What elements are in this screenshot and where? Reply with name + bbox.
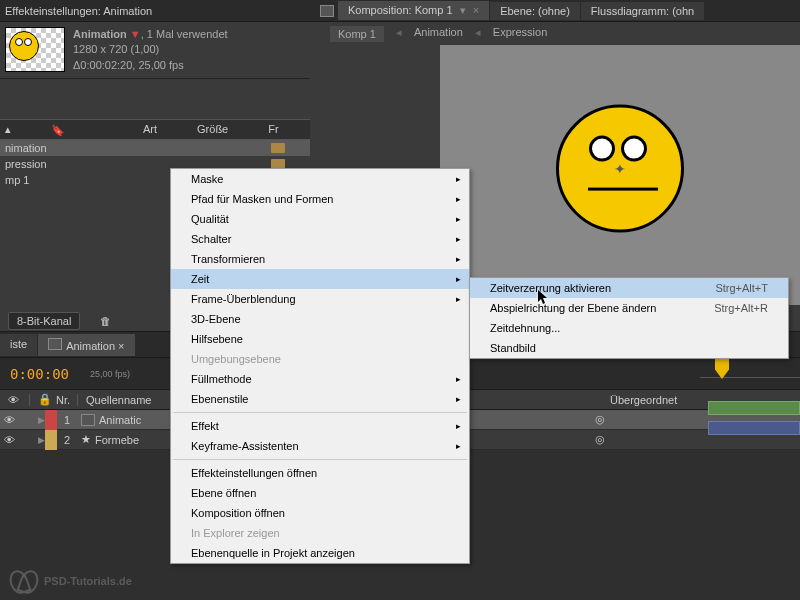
bitdepth-button[interactable]: 8-Bit-Kanal: [8, 312, 80, 330]
tab-dropdown-icon[interactable]: ▾: [460, 4, 466, 16]
col-parent: Übergeordnet: [610, 394, 677, 406]
viewer-canvas[interactable]: ✦: [440, 45, 800, 305]
menu-item-in-explorer-zeigen: In Explorer zeigen: [171, 523, 469, 543]
project-item-animation[interactable]: nimation: [0, 140, 310, 156]
menu-item-effekt[interactable]: Effekt: [171, 416, 469, 436]
menu-item-pfad-f-r-masken-und-formen[interactable]: Pfad für Masken und Formen: [171, 189, 469, 209]
submenu-item-zeitverzerrung-aktivieren[interactable]: Zeitverzerrung aktivierenStrg+Alt+T: [470, 278, 788, 298]
breadcrumb-komp1[interactable]: Komp 1: [330, 26, 384, 42]
twirl-icon[interactable]: ▶: [38, 415, 45, 425]
menu-item-frame-berblendung[interactable]: Frame-Überblendung: [171, 289, 469, 309]
project-info: Animation ▼, 1 Mal verwendet 1280 x 720 …: [0, 22, 310, 79]
comp-thumbnail[interactable]: [5, 27, 65, 72]
menu-item-umgebungsebene: Umgebungsebene: [171, 349, 469, 369]
menu-item--d-ebene[interactable]: 3D-Ebene: [171, 309, 469, 329]
effects-title: Effekteinstellungen: Animation: [5, 5, 152, 17]
pickwhip-icon[interactable]: ◎: [595, 413, 605, 426]
list-header[interactable]: ▴ 🔖 Art Größe Fr: [0, 119, 310, 140]
visibility-icon[interactable]: 👁: [0, 414, 18, 426]
folder-icon: [271, 143, 285, 153]
menu-item-ebene-ffnen[interactable]: Ebene öffnen: [171, 483, 469, 503]
effects-panel-header: Effekteinstellungen: Animation: [0, 0, 310, 22]
tab-iste[interactable]: iste: [0, 334, 37, 356]
chevron-left-icon: ◂: [396, 26, 402, 42]
menu-item-effekteinstellungen-ffnen[interactable]: Effekteinstellungen öffnen: [171, 463, 469, 483]
menu-item-maske[interactable]: Maske: [171, 169, 469, 189]
menu-item-qualit-t[interactable]: Qualität: [171, 209, 469, 229]
submenu-item-abspielrichtung-der-ebene-ndern[interactable]: Abspielrichtung der Ebene ändernStrg+Alt…: [470, 298, 788, 318]
menu-item-keyframe-assistenten[interactable]: Keyframe-Assistenten: [171, 436, 469, 456]
menu-item-ebenenquelle-in-projekt-anzeigen[interactable]: Ebenenquelle in Projekt anzeigen: [171, 543, 469, 563]
layer-color-swatch[interactable]: [45, 430, 57, 450]
smiley-eye-left: [589, 136, 615, 162]
layer-name[interactable]: Formebe: [95, 434, 139, 446]
comp-icon: [320, 5, 334, 17]
tab-flussdiagramm[interactable]: Flussdiagramm: (ohn: [581, 2, 704, 20]
visibility-icon[interactable]: 👁: [0, 434, 18, 446]
layer-color-swatch[interactable]: [45, 410, 57, 430]
anchor-point-icon[interactable]: ✦: [614, 163, 626, 175]
twirl-icon[interactable]: ▶: [38, 435, 45, 445]
tab-close-icon[interactable]: ×: [473, 4, 479, 16]
tab-close-icon[interactable]: ×: [118, 340, 124, 352]
tab-animation-timeline[interactable]: Animation ×: [38, 334, 134, 356]
smiley-mouth: [588, 188, 658, 191]
menu-item-hilfsebene[interactable]: Hilfsebene: [171, 329, 469, 349]
viewer-breadcrumb: Komp 1 ◂ Animation ◂ Expression: [310, 22, 800, 46]
menu-item-schalter[interactable]: Schalter: [171, 229, 469, 249]
smiley-layer[interactable]: ✦: [556, 105, 684, 233]
fps-label: 25,00 fps): [90, 369, 130, 379]
layer-context-menu: MaskePfad für Masken und FormenQualitätS…: [170, 168, 470, 564]
comp-info-text: Animation ▼, 1 Mal verwendet 1280 x 720 …: [73, 27, 228, 73]
current-timecode[interactable]: 0:00:00: [0, 366, 90, 382]
tab-komposition[interactable]: Komposition: Komp 1 ▾ ×: [338, 1, 489, 20]
layer-number: 1: [57, 414, 77, 426]
breadcrumb-expression[interactable]: Expression: [493, 26, 547, 42]
tab-ebene[interactable]: Ebene: (ohne): [490, 2, 580, 20]
butterfly-icon: [10, 570, 38, 592]
zeit-submenu: Zeitverzerrung aktivierenStrg+Alt+TAbspi…: [469, 277, 789, 359]
trash-icon[interactable]: 🗑: [100, 315, 111, 327]
menu-item-komposition-ffnen[interactable]: Komposition öffnen: [171, 503, 469, 523]
pickwhip-icon[interactable]: ◎: [595, 433, 605, 446]
smiley-eye-right: [621, 136, 647, 162]
layer-track-2[interactable]: [700, 418, 800, 438]
mouse-cursor: [538, 290, 554, 306]
menu-item-transformieren[interactable]: Transformieren: [171, 249, 469, 269]
layer-track-1[interactable]: [700, 398, 800, 418]
submenu-item-standbild[interactable]: Standbild: [470, 338, 788, 358]
layer-number: 2: [57, 434, 77, 446]
menu-item-f-llmethode[interactable]: Füllmethode: [171, 369, 469, 389]
layer-name[interactable]: Animatic: [99, 414, 141, 426]
chevron-left-icon: ◂: [475, 26, 481, 42]
star-icon: ★: [81, 433, 91, 446]
menu-item-ebenenstile[interactable]: Ebenenstile: [171, 389, 469, 409]
breadcrumb-animation[interactable]: Animation: [414, 26, 463, 42]
comp-icon: [81, 414, 95, 426]
watermark: PSD-Tutorials.de: [10, 570, 132, 592]
menu-item-zeit[interactable]: Zeit: [171, 269, 469, 289]
viewer-tabs: Komposition: Komp 1 ▾ × Ebene: (ohne) Fl…: [310, 0, 800, 22]
submenu-item-zeitdehnung-[interactable]: Zeitdehnung...: [470, 318, 788, 338]
